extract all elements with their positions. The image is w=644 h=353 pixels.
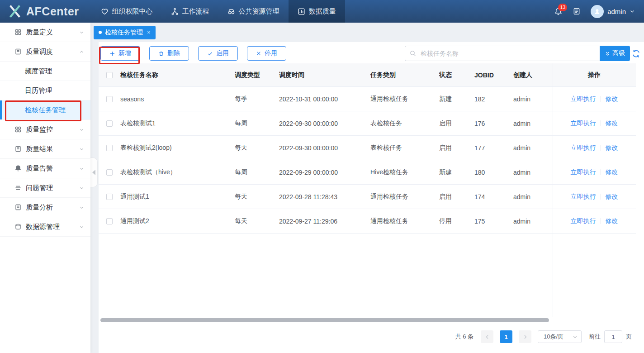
prev-page-button[interactable] xyxy=(481,330,493,343)
edit-link[interactable]: 修改 xyxy=(606,217,618,225)
row-checkbox[interactable] xyxy=(106,96,113,102)
action-divider xyxy=(601,194,601,200)
sidebar-item-label: 质量告警 xyxy=(26,164,53,173)
run-now-link[interactable]: 立即执行 xyxy=(571,95,596,103)
advanced-search-button[interactable]: 高级 xyxy=(600,46,630,61)
cell-status: 停用 xyxy=(439,217,474,225)
edit-link[interactable]: 修改 xyxy=(606,144,618,152)
sidebar-item-label: 质量定义 xyxy=(26,28,53,37)
page-size-select[interactable]: 10条/页 xyxy=(538,330,582,343)
delete-button[interactable]: 删除 xyxy=(149,46,189,61)
collapse-arrow-icon xyxy=(92,170,95,175)
action-divider xyxy=(601,169,601,175)
sidebar-subitem-calendar-management[interactable]: 日历管理 xyxy=(0,81,90,100)
sidebar-item-datasource-management[interactable]: 数据源管理 xyxy=(0,217,90,237)
table-header-row: 检核任务名称 调度类型 调度时间 任务类别 状态 JOBID 创建人 操作 xyxy=(99,63,636,87)
chevron-down-icon xyxy=(79,127,84,132)
action-divider xyxy=(601,120,601,126)
nav-item-workflow[interactable]: 工作流程 xyxy=(162,0,218,23)
app-logo[interactable]: AFCenter xyxy=(0,5,92,18)
horizontal-scrollbar[interactable] xyxy=(100,318,549,322)
sidebar: 质量定义 质量调度 频度管理 日历管理 检核任务管理 xyxy=(0,23,90,353)
cell-jobid: 180 xyxy=(474,169,513,176)
page-number-button[interactable]: 1 xyxy=(500,330,512,343)
column-header-schedule-time: 调度时间 xyxy=(279,71,370,79)
cell-task-category: 通用检核任务 xyxy=(370,193,439,201)
list-icon xyxy=(14,184,22,191)
row-checkbox[interactable] xyxy=(106,145,113,151)
next-page-button[interactable] xyxy=(519,330,531,343)
run-now-link[interactable]: 立即执行 xyxy=(571,119,596,128)
open-tabs-bar: 检核任务管理 × xyxy=(90,23,644,42)
run-now-link[interactable]: 立即执行 xyxy=(571,168,596,176)
enable-button-label: 启用 xyxy=(216,49,229,57)
edit-link[interactable]: 修改 xyxy=(606,168,618,176)
sidebar-item-quality-monitoring[interactable]: 质量监控 xyxy=(0,120,90,139)
sidebar-subitem-frequency-management[interactable]: 频度管理 xyxy=(0,62,90,81)
enable-button[interactable]: 启用 xyxy=(198,46,238,61)
search-input[interactable] xyxy=(405,46,600,61)
run-now-link[interactable]: 立即执行 xyxy=(571,217,596,225)
cell-status: 启用 xyxy=(439,119,474,128)
pagination: 共 6 条 1 10条/页 前往 页 xyxy=(455,330,632,343)
action-divider xyxy=(601,145,601,151)
run-now-link[interactable]: 立即执行 xyxy=(571,193,596,201)
edit-link[interactable]: 修改 xyxy=(606,95,618,103)
add-button[interactable]: 新增 xyxy=(100,46,140,61)
row-checkbox[interactable] xyxy=(106,218,113,224)
cell-task-category: 通用检核任务 xyxy=(370,217,439,225)
column-header-schedule-type: 调度类型 xyxy=(235,71,279,79)
row-checkbox[interactable] xyxy=(106,120,113,127)
heart-icon xyxy=(101,8,109,15)
row-checkbox[interactable] xyxy=(106,194,113,200)
cell-schedule-time: 2022-10-31 00:00:00 xyxy=(279,95,370,103)
cell-status: 新建 xyxy=(439,168,474,176)
nav-item-org-permission[interactable]: 组织权限中心 xyxy=(92,0,162,23)
sidebar-item-quality-alerts[interactable]: 质量告警 xyxy=(0,159,90,178)
run-now-link[interactable]: 立即执行 xyxy=(571,144,596,152)
column-header-actions: 操作 xyxy=(553,71,636,79)
bar-chart-icon xyxy=(298,8,305,15)
document-icon xyxy=(14,204,22,211)
cell-creator: admin xyxy=(513,169,553,176)
sidebar-item-quality-analysis[interactable]: 质量分析 xyxy=(0,198,90,217)
nav-item-data-quality[interactable]: 数据质量 xyxy=(289,0,345,23)
select-all-checkbox[interactable] xyxy=(106,72,113,78)
chevron-down-icon xyxy=(79,30,84,35)
notification-badge: 13 xyxy=(558,4,567,11)
cell-schedule-time: 2022-09-30 00:00:00 xyxy=(279,144,370,152)
sidebar-item-issue-management[interactable]: 问题管理 xyxy=(0,178,90,198)
chevron-down-icon xyxy=(79,205,84,210)
page-size-value: 10条/页 xyxy=(544,333,564,341)
goto-page-input[interactable] xyxy=(604,330,622,343)
resources-icon xyxy=(227,8,235,15)
advanced-button-label: 高级 xyxy=(612,49,625,57)
delete-button-label: 删除 xyxy=(167,49,180,57)
tab-check-task-management[interactable]: 检核任务管理 × xyxy=(94,26,156,39)
cell-jobid: 177 xyxy=(474,144,513,152)
notifications-button[interactable]: 13 xyxy=(554,7,563,16)
sidebar-collapse-handle[interactable] xyxy=(90,157,98,187)
disable-button[interactable]: 停用 xyxy=(247,46,286,61)
sidebar-item-quality-results[interactable]: 质量结果 xyxy=(0,139,90,159)
sidebar-item-quality-definition[interactable]: 质量定义 xyxy=(0,23,90,42)
refresh-icon[interactable] xyxy=(631,49,641,58)
cell-creator: admin xyxy=(513,193,553,200)
cell-schedule-type: 每周 xyxy=(235,168,279,176)
memo-button[interactable] xyxy=(573,7,581,15)
goto-label: 前往 xyxy=(589,333,601,341)
cell-schedule-type: 每季 xyxy=(235,95,279,103)
sidebar-subitem-check-task-management[interactable]: 检核任务管理 xyxy=(0,100,90,120)
user-menu[interactable]: admin xyxy=(591,5,635,18)
row-checkbox[interactable] xyxy=(106,169,113,176)
edit-link[interactable]: 修改 xyxy=(606,193,618,201)
username: admin xyxy=(607,8,626,15)
cell-task-name: 表检核测试（hive） xyxy=(120,168,235,176)
close-icon[interactable]: × xyxy=(147,29,151,36)
sidebar-item-quality-scheduling[interactable]: 质量调度 xyxy=(0,42,90,62)
cell-task-name: seasons xyxy=(120,95,235,103)
nav-item-public-resources[interactable]: 公共资源管理 xyxy=(218,0,289,23)
edit-link[interactable]: 修改 xyxy=(606,119,618,128)
top-nav-menu: 组织权限中心 工作流程 公共资源管理 xyxy=(92,0,345,23)
logo-icon xyxy=(8,5,22,18)
